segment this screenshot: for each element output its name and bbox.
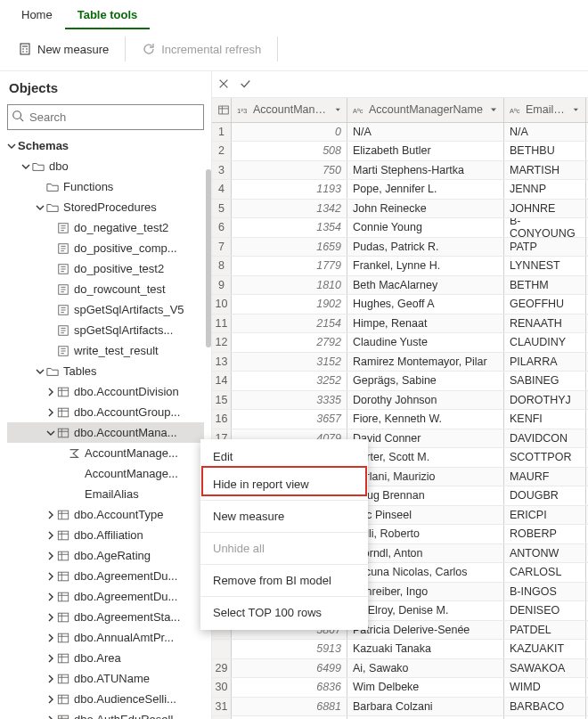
table-row[interactable]: 122792Claudine YusteCLAUDINY: [212, 333, 588, 353]
schemas-node[interactable]: Schemas: [7, 135, 204, 156]
table-row[interactable]: 71659Pudas, Patrick R.PATP: [212, 238, 588, 257]
table-item[interactable]: dbo.AgreementDu...: [7, 566, 204, 586]
table-row[interactable]: 153335Dorothy JohnsonDOROTHYJ: [212, 391, 588, 411]
table-item[interactable]: dbo.AccountType: [7, 504, 204, 525]
sproc-item[interactable]: do_positive_test2: [7, 258, 204, 279]
rownum-cell: 6: [212, 218, 232, 237]
scrollbar[interactable]: [206, 169, 211, 347]
rownum-cell: 15: [212, 391, 232, 410]
sproc-icon: [57, 324, 69, 337]
table-icon: [57, 591, 69, 603]
rownum-cell: 9: [212, 276, 232, 295]
rownum-cell: 31: [212, 698, 232, 716]
sproc-item[interactable]: spGetSqlArtifacts_V5: [7, 299, 204, 320]
col-header-id[interactable]: AccountManagerId: [232, 98, 347, 122]
cancel-icon[interactable]: [217, 78, 230, 90]
folder-icon: [32, 160, 45, 173]
table-item[interactable]: dbo.Affiliation: [7, 525, 204, 545]
name-cell: Kazuaki Tanaka: [347, 640, 504, 658]
commit-icon[interactable]: [239, 78, 251, 90]
table-item[interactable]: dbo.ATUName: [7, 668, 204, 689]
table-row[interactable]: 163657Fiore, Kenneth W.KENFI: [212, 410, 588, 429]
search-input[interactable]: [7, 104, 204, 130]
search-icon: [12, 110, 24, 122]
ctx-edit[interactable]: Edit: [200, 443, 368, 470]
sproc-icon: [57, 345, 69, 357]
table-row[interactable]: 306836Wim DelbekeWIMD: [212, 678, 588, 698]
table-row[interactable]: 112154Himpe, RenaatRENAATH: [212, 315, 588, 334]
table-row[interactable]: 51342John ReineckeJOHNRE: [212, 200, 588, 219]
tab-table-tools[interactable]: Table tools: [65, 0, 151, 29]
email-cell: KAZUAKIT: [504, 640, 586, 658]
table-row[interactable]: 41193Pope, Jennifer L.JENNP: [212, 180, 588, 200]
sproc-item[interactable]: do_negative_test2: [7, 217, 204, 238]
table-row[interactable]: 10N/AN/A: [212, 123, 588, 143]
sproc-icon: [57, 242, 69, 255]
sproc-item[interactable]: do_rowcount_test: [7, 279, 204, 299]
table-row[interactable]: 2508Elizabeth ButlerBETHBU: [212, 142, 588, 161]
column-item[interactable]: EmailAlias: [7, 484, 204, 504]
table-row[interactable]: 296499Ai, SawakoSAWAKOA: [212, 659, 588, 679]
rownum-cell: 12: [212, 333, 232, 352]
id-cell: 6836: [232, 678, 347, 697]
id-cell: 508: [232, 142, 347, 160]
column-item[interactable]: AccountManage...: [7, 463, 204, 484]
sproc-item[interactable]: do_positive_comp...: [7, 238, 204, 258]
rownum-cell: 3: [212, 161, 232, 180]
email-cell: DENISEO: [504, 601, 586, 620]
sproc-item[interactable]: write_test_result: [7, 340, 204, 361]
filter-dropdown-icon[interactable]: [489, 105, 498, 114]
id-cell: 1659: [232, 238, 347, 257]
ctx-new-measure[interactable]: New measure: [200, 502, 368, 530]
table-item[interactable]: dbo.Area: [7, 648, 204, 668]
dbo-node[interactable]: dbo: [7, 156, 204, 176]
table-row[interactable]: 133152Ramirez Montemayor, PilarPILARRA: [212, 353, 588, 372]
table-item-selected[interactable]: dbo.AccountMana...: [7, 422, 204, 443]
email-cell: DOUGBR: [504, 486, 586, 505]
id-cell: 3335: [232, 391, 347, 410]
col-header-email[interactable]: EmailAlias: [504, 98, 586, 122]
rownum-cell: 11: [212, 315, 232, 333]
table-row[interactable]: 101902Hughes, Geoff AGEOFFHU: [212, 295, 588, 315]
table-item[interactable]: dbo.AgreementDu...: [7, 586, 204, 607]
divider: [125, 37, 126, 61]
col-header-name[interactable]: AccountManagerName: [347, 98, 504, 122]
table-row[interactable]: 81779Frankel, Lynne H.LYNNEST: [212, 257, 588, 276]
rownum-cell: 2: [212, 142, 232, 160]
table-item[interactable]: dbo.AnnualAmtPr...: [7, 627, 204, 648]
incremental-refresh-button: Incremental refresh: [135, 38, 268, 60]
id-cell: 3152: [232, 353, 347, 372]
tables-node[interactable]: Tables: [7, 361, 204, 381]
name-cell: Beth MacAlarney: [347, 276, 504, 295]
chevron-down-icon: [7, 142, 16, 151]
email-cell: ERICPI: [504, 506, 586, 525]
table-item[interactable]: dbo.AgreementSta...: [7, 607, 204, 627]
sproc-item[interactable]: spGetSqlArtifacts...: [7, 320, 204, 340]
name-cell: Schreiber, Ingo: [347, 583, 504, 601]
table-item[interactable]: dbo.AccountGroup...: [7, 402, 204, 422]
filter-dropdown-icon[interactable]: [572, 105, 580, 114]
table-item[interactable]: dbo.AudienceSelli...: [7, 689, 204, 709]
table-row[interactable]: 5913Kazuaki TanakaKAZUAKIT: [212, 640, 588, 659]
table-row[interactable]: 143252Geprägs, SabineSABINEG: [212, 372, 588, 391]
chevron-right-icon: [46, 674, 55, 683]
tab-home[interactable]: Home: [9, 0, 65, 29]
sprocs-node[interactable]: StoredProcedures: [7, 197, 204, 217]
table-item[interactable]: dbo.AgeRating: [7, 545, 204, 566]
table-row[interactable]: 91810Beth MacAlarneyBETHM: [212, 276, 588, 296]
new-measure-button[interactable]: New measure: [11, 38, 116, 60]
table-item[interactable]: dbo.AccountDivision: [7, 381, 204, 402]
email-cell: B-CONYOUNG: [504, 218, 586, 237]
rownum-cell: 13: [212, 353, 232, 372]
functions-node[interactable]: Functions: [7, 176, 204, 197]
ctx-hide-in-report[interactable]: Hide in report view: [200, 470, 368, 498]
table-row[interactable]: 3750Marti Stephens-HartkaMARTISH: [212, 161, 588, 181]
filter-dropdown-icon[interactable]: [334, 105, 342, 114]
table-row[interactable]: 316881Barbara ColzaniBARBACO: [212, 698, 588, 717]
table-row[interactable]: 61354Connie YoungB-CONYOUNG: [212, 218, 588, 238]
table-item[interactable]: dbo.AuthEduResell...: [7, 709, 204, 719]
column-item[interactable]: AccountManage...: [7, 443, 204, 463]
ctx-select-top-100[interactable]: Select TOP 100 rows: [200, 599, 368, 626]
ctx-remove-from-model[interactable]: Remove from BI model: [200, 567, 368, 594]
name-cell: Lacuna Nicolas, Carlos: [347, 563, 504, 582]
